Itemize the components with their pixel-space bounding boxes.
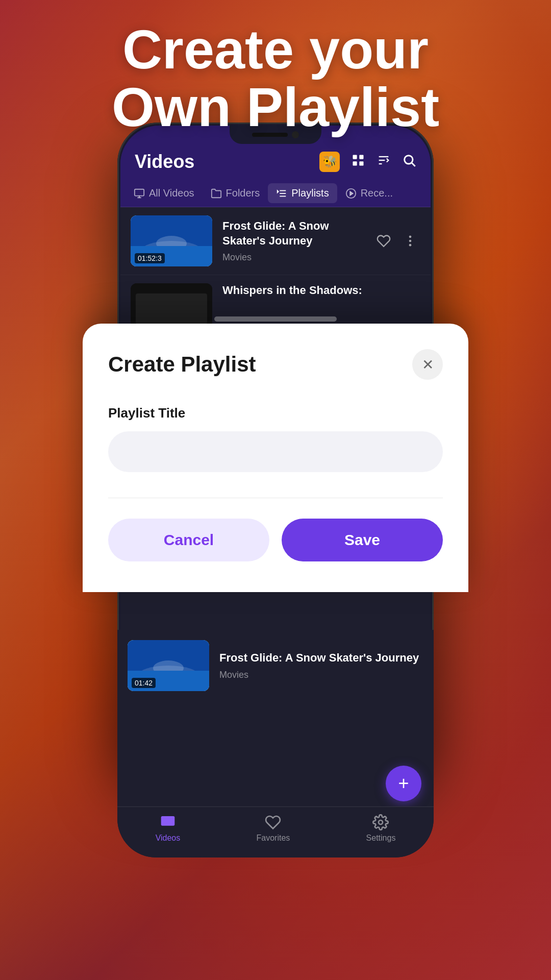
svg-rect-0 [353,155,357,159]
svg-rect-1 [359,155,363,159]
tab-all-videos[interactable]: All Videos [126,183,203,203]
svg-point-20 [131,243,212,254]
svg-rect-35 [166,656,173,667]
video-info-2: Whispers in the Shadows: [222,283,420,302]
bottom-video-item: 01:42 Frost Glide: A Snow Skater's Journ… [117,630,434,699]
headline-text: Create your Own Playlist [0,20,551,136]
svg-rect-2 [353,161,357,165]
svg-point-7 [405,155,413,163]
bottom-nav: Videos Favorites Settings [117,806,434,857]
cancel-button[interactable]: Cancel [108,519,269,561]
video-category: Movies [222,252,363,263]
svg-point-21 [166,226,174,233]
svg-rect-39 [161,816,175,826]
svg-rect-22 [169,232,177,242]
close-button[interactable]: ✕ [412,349,443,380]
svg-point-28 [409,244,412,247]
more-button[interactable] [400,231,420,251]
grid-icon[interactable] [351,153,365,171]
video-info: Frost Glide: A Snow Skater's Journey Mov… [222,219,363,263]
drag-handle [214,316,337,322]
bottom-video-title: Frost Glide: A Snow Skater's Journey [219,651,423,666]
svg-rect-9 [135,189,144,195]
svg-point-27 [409,240,412,242]
modal-title: Create Playlist [108,352,256,377]
svg-marker-17 [350,191,353,195]
svg-rect-36 [162,658,172,663]
nav-favorites[interactable]: Favorites [257,814,290,843]
modal-header: Create Playlist ✕ [108,349,443,380]
bottom-video-duration: 01:42 [132,678,156,688]
svg-rect-30 [136,293,207,324]
sort-icon[interactable] [377,153,391,171]
svg-rect-24 [173,240,177,247]
svg-point-26 [409,236,412,238]
svg-marker-15 [278,190,279,192]
svg-rect-3 [359,161,363,165]
svg-rect-23 [165,233,176,238]
premium-icon[interactable]: 🐝 [319,152,340,172]
playlist-title-input[interactable] [108,431,443,472]
phone-bottom: 01:42 Frost Glide: A Snow Skater's Journ… [117,630,434,857]
bottom-video-category: Movies [219,670,423,680]
fab-add-button[interactable]: + [386,766,421,801]
button-row: Cancel Save [108,519,443,561]
svg-point-34 [163,650,171,658]
video-item: 01:52:3 Frost Glide: A Snow Skater's Jou… [120,207,431,275]
video-actions [373,231,420,251]
create-playlist-modal: Create Playlist ✕ Playlist Title Cancel … [83,324,468,592]
svg-rect-37 [170,665,174,672]
svg-rect-38 [172,665,175,669]
bottom-video-info: Frost Glide: A Snow Skater's Journey Mov… [219,651,423,680]
divider [108,498,443,498]
like-button[interactable] [373,231,394,251]
svg-point-33 [128,668,209,678]
save-button[interactable]: Save [282,519,443,561]
tab-recent[interactable]: Rece... [337,183,401,203]
tab-playlists[interactable]: Playlists [268,183,337,203]
video-title-2: Whispers in the Shadows: [222,283,420,298]
nav-settings[interactable]: Settings [366,814,396,843]
header-icons: 🐝 [319,152,416,172]
app-title: Videos [135,151,319,173]
app-header: Videos 🐝 [120,144,431,180]
bottom-video-thumbnail: 01:42 [128,640,209,691]
video-thumbnail: 01:52:3 [131,215,212,266]
video-duration: 01:52:3 [135,253,165,263]
svg-line-8 [412,163,415,166]
tab-folders[interactable]: Folders [203,183,268,203]
svg-point-40 [379,820,383,824]
tab-bar: All Videos Folders Playlists Rece... [120,180,431,207]
svg-rect-25 [175,240,178,244]
video-title: Frost Glide: A Snow Skater's Journey [222,219,363,248]
headline: Create your Own Playlist [0,20,551,136]
nav-videos[interactable]: Videos [156,814,181,843]
search-icon[interactable] [402,153,416,171]
field-label: Playlist Title [108,405,443,421]
